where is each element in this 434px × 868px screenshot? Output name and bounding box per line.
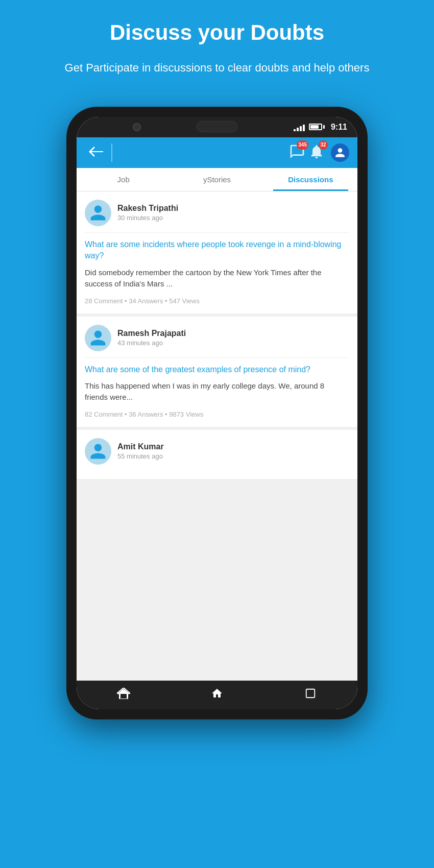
- tab-ystories[interactable]: yStories: [170, 168, 263, 191]
- card-header-2: Ramesh Prajapati 43 minutes ago: [85, 325, 349, 351]
- post-time-2: 43 minutes ago: [117, 339, 186, 347]
- notifications-badge: 32: [319, 140, 328, 150]
- back-nav-button[interactable]: [109, 684, 138, 706]
- post-time-3: 55 minutes ago: [117, 452, 164, 460]
- phone-screen: 9:11 345: [77, 117, 357, 709]
- discussion-card-1: Rakesh Tripathi 30 minutes ago What are …: [77, 191, 357, 314]
- user-name-3: Amit Kumar: [117, 442, 164, 451]
- card-header-3: Amit Kumar 55 minutes ago: [85, 438, 349, 465]
- recents-nav-button[interactable]: [296, 684, 325, 706]
- bottom-nav: [77, 681, 357, 709]
- page-subtitle: Get Participate in discussions to clear …: [4, 60, 431, 76]
- signal-bars: [294, 123, 305, 131]
- messages-badge: 345: [297, 140, 308, 150]
- signal-bar-3: [300, 126, 302, 131]
- phone-camera: [133, 123, 141, 131]
- discussion-card-3: Amit Kumar 55 minutes ago: [77, 430, 357, 479]
- phone-mockup: 9:11 345: [66, 107, 368, 719]
- user-name-2: Ramesh Prajapati: [117, 329, 186, 338]
- card-divider-2: [85, 357, 349, 358]
- page-title: Discuss your Doubts: [79, 20, 355, 45]
- user-info-3: Amit Kumar 55 minutes ago: [117, 442, 164, 460]
- content-area: Rakesh Tripathi 30 minutes ago What are …: [77, 191, 357, 681]
- signal-bar-4: [303, 125, 305, 131]
- question-link-2[interactable]: What are some of the greatest examples o…: [85, 364, 349, 375]
- card-stats-2: 82 Comment • 36 Answers • 9873 Views: [85, 411, 203, 418]
- signal-bar-1: [294, 129, 296, 131]
- svg-rect-0: [306, 689, 315, 698]
- home-nav-button[interactable]: [202, 683, 232, 707]
- user-avatar-header[interactable]: [331, 143, 349, 162]
- card-excerpt-2: This has happened when I was in my early…: [85, 380, 349, 403]
- card-divider-1: [85, 232, 349, 233]
- user-name-1: Rakesh Tripathi: [117, 204, 178, 213]
- status-time: 9:11: [331, 123, 347, 132]
- messages-icon-wrap[interactable]: 345: [289, 143, 305, 162]
- back-button[interactable]: [85, 143, 107, 162]
- app-header: 345 32: [77, 137, 357, 168]
- user-info-2: Ramesh Prajapati 43 minutes ago: [117, 329, 186, 347]
- card-stats-1: 28 Comment • 34 Answers • 547 Views: [85, 297, 200, 305]
- post-time-1: 30 minutes ago: [117, 214, 178, 222]
- user-avatar-3: [85, 438, 111, 465]
- signal-bar-2: [297, 128, 299, 131]
- header-divider: [111, 143, 112, 162]
- user-info-1: Rakesh Tripathi 30 minutes ago: [117, 204, 178, 222]
- user-avatar-2: [85, 325, 111, 351]
- header-icons: 345 32: [289, 143, 349, 162]
- tab-job[interactable]: Job: [77, 168, 170, 191]
- card-header-1: Rakesh Tripathi 30 minutes ago: [85, 200, 349, 226]
- card-excerpt-1: Did somebody remember the cartoon by the…: [85, 267, 349, 290]
- battery-icon: [309, 124, 325, 130]
- question-link-1[interactable]: What are some incidents where people too…: [85, 239, 349, 262]
- tab-discussions[interactable]: Discussions: [264, 168, 357, 191]
- discussion-card-2: Ramesh Prajapati 43 minutes ago What are…: [77, 317, 357, 427]
- phone-speaker: [197, 121, 237, 132]
- user-avatar-1: [85, 200, 111, 226]
- notifications-icon-wrap[interactable]: 32: [308, 143, 325, 162]
- tabs-row: Job yStories Discussions: [77, 168, 357, 191]
